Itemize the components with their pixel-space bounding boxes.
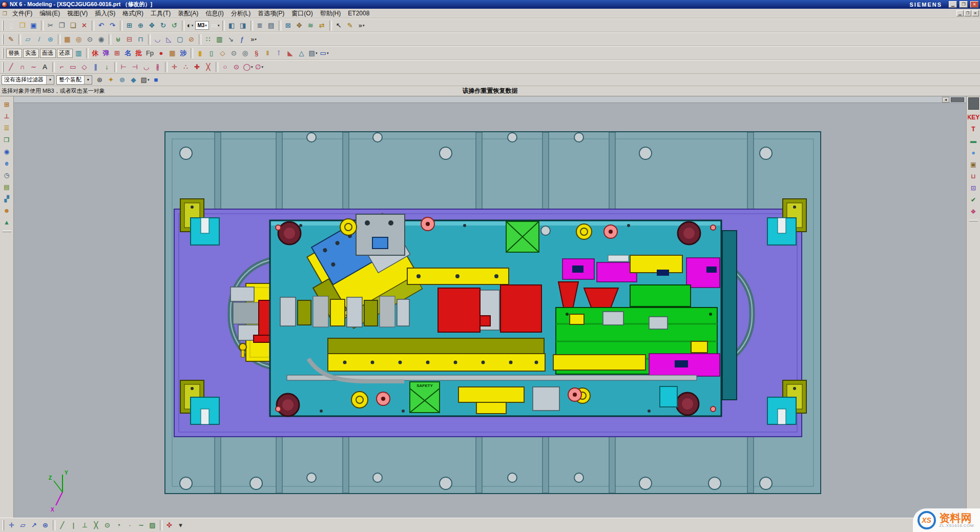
red-ball-icon[interactable]: ● xyxy=(156,48,167,59)
constraint-navigator-icon[interactable]: ⊥ xyxy=(1,111,13,122)
selection-scope-dropdown[interactable]: 整个装配 ▼ xyxy=(56,75,92,85)
layer-settings-icon[interactable]: ≣ xyxy=(255,20,266,31)
check-tool-icon[interactable]: ✔ xyxy=(968,194,979,206)
refresh-view-icon[interactable]: ↺ xyxy=(169,20,180,31)
batch-tool-button[interactable]: 批 xyxy=(134,48,144,58)
vector-constructor-icon[interactable]: ↗ xyxy=(29,520,40,531)
save-icon[interactable]: ▣ xyxy=(28,20,39,31)
sketch-pen-icon[interactable]: ✎ xyxy=(345,20,356,31)
wave-geometry-icon[interactable]: ≋ xyxy=(305,20,317,31)
spring-tool-button[interactable]: 弹 xyxy=(101,48,112,58)
offset-curve-icon[interactable]: ∥ xyxy=(90,62,101,73)
toolbar-grip[interactable] xyxy=(2,34,4,45)
render-style-dropdown[interactable]: ◐▾ xyxy=(186,20,194,31)
menu-edit[interactable]: 编辑(E) xyxy=(36,9,64,18)
interference-check-button[interactable]: 涉 xyxy=(178,48,189,58)
snap-on-face-icon[interactable]: ▨ xyxy=(147,520,158,531)
snap-intersection-icon[interactable]: ╳ xyxy=(91,520,102,531)
sensor-icon[interactable]: △ xyxy=(296,48,307,59)
punch-insert-icon[interactable]: ▮ xyxy=(195,48,206,59)
snap-on-curve-icon[interactable]: ∼ xyxy=(136,520,147,531)
pan-icon[interactable]: ✥ xyxy=(147,20,158,31)
plate-grid-icon[interactable]: ▦ xyxy=(167,48,178,59)
text-icon[interactable]: A xyxy=(39,62,51,73)
system-scenes-icon[interactable]: ▲ xyxy=(1,217,13,228)
point-set-icon[interactable]: ∴ xyxy=(180,62,192,73)
screw-icon[interactable]: ⊙ xyxy=(228,48,240,59)
assembly-constraints-icon[interactable]: ⊠ xyxy=(283,20,294,31)
safety-block-top[interactable] xyxy=(506,221,539,252)
view-orient-dropdown[interactable]: M3▾ xyxy=(195,21,208,30)
mirror-feature-icon[interactable]: ▥ xyxy=(214,34,225,45)
select-arrow-icon[interactable]: ↖ xyxy=(333,20,345,31)
shaded-pick-icon[interactable]: ◆ xyxy=(128,74,139,86)
enable-snap-icon[interactable]: ✜ xyxy=(164,520,175,531)
dowel-icon[interactable]: ◎ xyxy=(240,48,251,59)
restore-button[interactable]: 还原 xyxy=(57,49,73,58)
history-icon[interactable]: ◷ xyxy=(1,170,13,181)
chamfer-icon[interactable]: ◺ xyxy=(163,34,175,45)
feature-more-dropdown[interactable]: »▾ xyxy=(248,34,259,45)
solid-select-button[interactable]: 实选 xyxy=(23,49,39,58)
trim-body-icon[interactable]: ⊘ xyxy=(186,34,197,45)
dropdown-arrow-icon[interactable]: ▼ xyxy=(46,76,54,84)
suspend-tool-button[interactable]: 休 xyxy=(90,48,101,58)
extend-curve-icon[interactable]: ⊣ xyxy=(130,62,141,73)
safety-block-bottom[interactable]: SAFETY xyxy=(410,382,440,413)
sidebar-grip[interactable] xyxy=(969,220,978,221)
intersect-icon[interactable]: ⊓ xyxy=(135,34,147,45)
rect-select-dropdown[interactable]: ▧▾ xyxy=(139,74,151,86)
et-key-tool-icon[interactable]: KEY xyxy=(968,112,979,123)
circle-icon[interactable]: ○ xyxy=(220,62,231,73)
bom-list-dropdown[interactable]: ▤▾ xyxy=(307,48,319,59)
fp-tool-icon[interactable]: Fp xyxy=(144,48,156,59)
snap-quadrant-icon[interactable]: ◔ xyxy=(113,520,124,531)
more-commands-dropdown[interactable]: »▾ xyxy=(356,20,367,31)
toolbar-grip[interactable] xyxy=(2,21,4,31)
roles-icon[interactable]: ☻ xyxy=(1,205,13,216)
delete-icon[interactable]: ✕ xyxy=(79,20,90,31)
menu-et2008[interactable]: ET2008 xyxy=(344,9,373,17)
die-assembly[interactable]: SAFETY xyxy=(270,207,737,416)
csys-constructor-icon[interactable]: ⊛ xyxy=(40,520,51,531)
highlight-toggle-icon[interactable]: ✦ xyxy=(106,74,117,86)
cut-icon[interactable]: ✂ xyxy=(45,20,56,31)
plate-tool-icon[interactable]: ▬ xyxy=(968,135,979,147)
hd3d-tools-icon[interactable]: ◉ xyxy=(1,146,13,157)
rotate-view-icon[interactable]: ↻ xyxy=(158,20,169,31)
snap-existing-point-icon[interactable]: ∙ xyxy=(124,520,136,531)
solid-preselect-icon[interactable]: ■ xyxy=(151,74,162,86)
replace-button[interactable]: 替换 xyxy=(6,49,22,58)
show-hide-icon[interactable]: ◧ xyxy=(226,20,238,31)
cam-unit-icon[interactable]: ◣ xyxy=(285,48,296,59)
sketch-icon[interactable]: ✎ xyxy=(6,34,17,45)
project-curve-icon[interactable]: ↓ xyxy=(101,62,113,73)
sidebar-grip[interactable] xyxy=(3,231,11,232)
part-navigator-icon[interactable]: ☰ xyxy=(1,122,13,134)
subtract-icon[interactable]: ⊟ xyxy=(124,34,135,45)
graphics-window[interactable]: ◄ xyxy=(14,96,966,518)
menu-tools[interactable]: 工具(T) xyxy=(147,9,174,18)
trim-curve-icon[interactable]: ⊢ xyxy=(118,62,130,73)
toolbar-grip[interactable] xyxy=(3,520,4,530)
extrude-icon[interactable]: ▦ xyxy=(62,34,73,45)
face-select-button[interactable]: 面选 xyxy=(40,49,56,58)
web-browser-icon[interactable]: e xyxy=(1,158,13,169)
circle-center-icon[interactable]: ⊙ xyxy=(231,62,242,73)
shell-icon[interactable]: ▢ xyxy=(175,34,186,45)
reuse-library-icon[interactable]: ❒ xyxy=(1,134,13,146)
line-icon[interactable]: ╱ xyxy=(6,62,17,73)
undo-icon[interactable]: ↶ xyxy=(96,20,107,31)
text-style-tool-icon[interactable]: T xyxy=(968,124,979,135)
process-studio-icon[interactable]: ▞ xyxy=(1,193,13,204)
point-icon[interactable]: ✛ xyxy=(169,62,180,73)
spring-icon[interactable]: § xyxy=(251,48,262,59)
mdi-minimize-button[interactable]: ▁ xyxy=(956,10,964,16)
interpart-link-icon[interactable]: ⇄ xyxy=(317,20,328,31)
die-insert-icon[interactable]: ▯ xyxy=(206,48,217,59)
mold-base-tool-icon[interactable]: ▣ xyxy=(968,159,979,170)
snap-mid-point-icon[interactable]: | xyxy=(68,520,79,531)
snap-end-point-icon[interactable]: ╱ xyxy=(57,520,68,531)
datum-csys-icon[interactable]: ⊛ xyxy=(45,34,56,45)
polygon-icon[interactable]: ◇ xyxy=(79,62,90,73)
